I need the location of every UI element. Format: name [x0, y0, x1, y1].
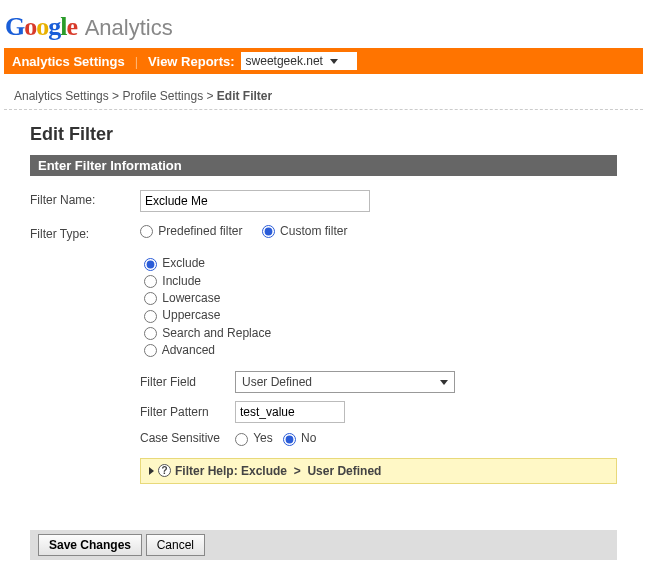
label-filter-pattern: Filter Pattern	[140, 405, 235, 419]
filter-pattern-input[interactable]	[235, 401, 345, 423]
help-icon: ?	[158, 464, 171, 477]
row-filter-field: Filter Field User Defined	[140, 371, 617, 393]
radio-search-replace[interactable]	[144, 327, 157, 340]
option-exclude[interactable]: Exclude	[144, 256, 205, 270]
radio-custom[interactable]	[262, 225, 275, 238]
filter-help-box[interactable]: ? Filter Help: Exclude > User Defined	[140, 458, 617, 484]
row-case-sensitive: Case Sensitive Yes No	[140, 431, 617, 445]
help-mode: Exclude	[241, 464, 287, 478]
nav-divider: |	[135, 54, 138, 69]
filter-field-value: User Defined	[242, 375, 312, 389]
label-filter-type: Filter Type:	[30, 224, 140, 241]
breadcrumb-sep: >	[112, 89, 119, 103]
nav-analytics-settings[interactable]: Analytics Settings	[12, 54, 125, 69]
case-sensitive-options: Yes No	[235, 431, 316, 445]
breadcrumb-profile-settings[interactable]: Profile Settings	[122, 89, 203, 103]
row-filter-name: Filter Name:	[30, 190, 617, 212]
radio-uppercase[interactable]	[144, 310, 157, 323]
label-filter-name: Filter Name:	[30, 190, 140, 207]
chevron-down-icon	[330, 59, 338, 64]
logo-row: Google Analytics	[0, 0, 647, 48]
option-lowercase[interactable]: Lowercase	[144, 291, 220, 305]
row-filter-type: Filter Type: Predefined filter Custom fi…	[30, 224, 617, 484]
custom-filter-options: Exclude Include Lowercase Uppercase Sear…	[140, 256, 617, 357]
help-field: User Defined	[307, 464, 381, 478]
chevron-down-icon	[440, 380, 448, 385]
option-custom[interactable]: Custom filter	[262, 224, 348, 238]
google-logo: Google	[5, 12, 77, 41]
filter-form: Filter Name: Filter Type: Predefined fil…	[0, 176, 647, 506]
label-case-sensitive: Case Sensitive	[140, 431, 235, 445]
row-filter-pattern: Filter Pattern	[140, 401, 617, 423]
filter-type-options: Predefined filter Custom filter	[140, 224, 617, 238]
site-selector-value: sweetgeek.net	[246, 54, 323, 68]
radio-advanced[interactable]	[144, 344, 157, 357]
breadcrumb-sep: >	[206, 89, 213, 103]
filter-field-select[interactable]: User Defined	[235, 371, 455, 393]
filter-name-input[interactable]	[140, 190, 370, 212]
page-title: Edit Filter	[0, 110, 647, 155]
analytics-logo-text: Analytics	[85, 15, 173, 40]
radio-cs-no[interactable]	[283, 433, 296, 446]
option-search-replace[interactable]: Search and Replace	[144, 326, 271, 340]
label-filter-field: Filter Field	[140, 375, 235, 389]
breadcrumb: Analytics Settings > Profile Settings > …	[4, 74, 643, 110]
breadcrumb-current: Edit Filter	[217, 89, 272, 103]
radio-include[interactable]	[144, 275, 157, 288]
option-advanced[interactable]: Advanced	[144, 343, 215, 357]
radio-predefined[interactable]	[140, 225, 153, 238]
help-sep: >	[294, 464, 301, 478]
option-include[interactable]: Include	[144, 274, 201, 288]
option-predefined[interactable]: Predefined filter	[140, 224, 242, 238]
help-prefix: Filter Help:	[175, 464, 238, 478]
radio-lowercase[interactable]	[144, 292, 157, 305]
option-cs-no[interactable]: No	[283, 431, 317, 445]
save-changes-button[interactable]: Save Changes	[38, 534, 142, 556]
radio-exclude[interactable]	[144, 258, 157, 271]
breadcrumb-analytics-settings[interactable]: Analytics Settings	[14, 89, 109, 103]
cancel-button[interactable]: Cancel	[146, 534, 205, 556]
triangle-right-icon	[149, 467, 154, 475]
site-selector[interactable]: sweetgeek.net	[241, 52, 358, 70]
nav-view-reports-label: View Reports:	[148, 54, 234, 69]
button-bar: Save Changes Cancel	[30, 530, 617, 560]
option-uppercase[interactable]: Uppercase	[144, 308, 220, 322]
top-nav-bar: Analytics Settings | View Reports: sweet…	[4, 48, 643, 74]
option-cs-yes[interactable]: Yes	[235, 431, 273, 445]
section-header: Enter Filter Information	[30, 155, 617, 176]
radio-cs-yes[interactable]	[235, 433, 248, 446]
